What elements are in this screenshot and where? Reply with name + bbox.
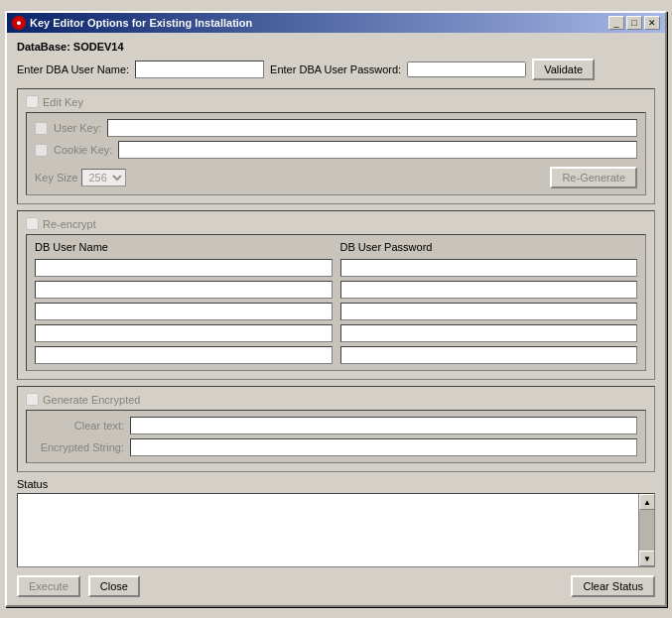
generate-checkbox[interactable] (26, 393, 39, 406)
generate-inner: Clear text: Encrypted String: (26, 410, 646, 463)
encrypted-string-label: Encrypted String: (35, 441, 124, 453)
edit-key-label: Edit Key (43, 96, 83, 108)
status-section: Status ▲ ▼ (17, 478, 655, 567)
reencrypt-row-4 (35, 324, 637, 342)
dba-password-label: Enter DBA User Password: (270, 63, 401, 75)
generate-fields: Clear text: Encrypted String: (35, 417, 637, 456)
window-content: DataBase: SODEV14 Enter DBA User Name: E… (7, 33, 665, 605)
reencrypt-username-2[interactable] (35, 281, 333, 299)
reencrypt-username-3[interactable] (35, 303, 333, 320)
user-key-row: User Key: (35, 119, 637, 137)
scroll-up-button[interactable]: ▲ (639, 494, 655, 510)
clear-status-button[interactable]: Clear Status (571, 575, 655, 597)
reencrypt-checkbox-row: Re-encrypt (26, 217, 646, 230)
reencrypt-password-1[interactable] (340, 259, 638, 277)
close-button-bottom[interactable]: Close (88, 575, 140, 597)
maximize-button[interactable]: □ (626, 16, 642, 30)
key-size-select[interactable]: 256 128 512 (81, 169, 126, 186)
status-content (18, 494, 654, 566)
encrypted-string-input[interactable] (130, 438, 637, 456)
key-size-label: Key Size (35, 172, 77, 184)
reencrypt-row-3 (35, 303, 637, 320)
window-icon: ● (12, 16, 26, 30)
reencrypt-password-2[interactable] (340, 281, 638, 299)
minimize-button[interactable]: _ (608, 16, 624, 30)
dba-password-input[interactable] (407, 62, 526, 77)
cookie-key-input[interactable] (118, 141, 637, 159)
reencrypt-password-4[interactable] (340, 324, 638, 342)
key-size-left: Key Size 256 128 512 (35, 169, 126, 186)
reencrypt-fields: DB User Name DB User Password (35, 241, 637, 364)
reencrypt-label: Re-encrypt (43, 218, 96, 230)
reencrypt-row-2 (35, 281, 637, 299)
status-scrollbar[interactable]: ▲ ▼ (638, 494, 654, 566)
scroll-down-button[interactable]: ▼ (639, 551, 655, 566)
edit-key-section: Edit Key User Key: Cookie Key: (17, 88, 655, 204)
reencrypt-username-4[interactable] (35, 324, 333, 342)
title-bar: ● Key Editor Options for Existing Instal… (7, 13, 665, 33)
edit-key-checkbox-row: Edit Key (26, 95, 646, 108)
clear-text-label: Clear text: (35, 420, 124, 432)
clear-text-input[interactable] (130, 417, 637, 434)
reencrypt-section: Re-encrypt DB User Name DB User Password (17, 210, 655, 380)
database-name: DataBase: SODEV14 (17, 41, 655, 53)
encrypted-string-row: Encrypted String: (35, 438, 637, 456)
cookie-key-checkbox[interactable] (35, 144, 48, 157)
dba-row: Enter DBA User Name: Enter DBA User Pass… (17, 59, 655, 80)
generate-checkbox-row: Generate Encrypted (26, 393, 646, 406)
clear-text-row: Clear text: (35, 417, 637, 434)
db-username-col-header: DB User Name (35, 241, 333, 253)
edit-key-checkbox[interactable] (26, 95, 39, 108)
reencrypt-header: DB User Name DB User Password (35, 241, 637, 253)
cookie-key-row: Cookie Key: (35, 141, 637, 159)
reencrypt-username-1[interactable] (35, 259, 333, 277)
key-size-row: Key Size 256 128 512 Re-Generate (35, 167, 637, 188)
user-key-label: User Key: (54, 122, 101, 134)
reencrypt-password-5[interactable] (340, 346, 638, 364)
window-title: Key Editor Options for Existing Installa… (30, 17, 252, 29)
title-buttons: _ □ ✕ (608, 16, 660, 30)
reencrypt-row-5 (35, 346, 637, 364)
user-key-checkbox[interactable] (35, 122, 48, 135)
edit-key-inner: User Key: Cookie Key: Key Size 256 (26, 112, 646, 195)
cookie-key-label: Cookie Key: (54, 144, 112, 156)
reencrypt-row-1 (35, 259, 637, 277)
reencrypt-checkbox[interactable] (26, 217, 39, 230)
generate-section: Generate Encrypted Clear text: Encrypted… (17, 386, 655, 472)
bottom-left-buttons: Execute Close (17, 575, 140, 597)
main-window: ● Key Editor Options for Existing Instal… (5, 11, 667, 607)
dba-username-label: Enter DBA User Name: (17, 63, 129, 75)
regenerate-button[interactable]: Re-Generate (550, 167, 637, 188)
edit-key-fields: User Key: Cookie Key: Key Size 256 (35, 119, 637, 188)
validate-button[interactable]: Validate (532, 59, 595, 80)
scroll-track (639, 510, 654, 551)
user-key-input[interactable] (107, 119, 637, 137)
generate-label: Generate Encrypted (43, 394, 140, 406)
db-password-col-header: DB User Password (340, 241, 638, 253)
dba-username-input[interactable] (135, 61, 264, 78)
status-box: ▲ ▼ (17, 493, 655, 567)
close-button[interactable]: ✕ (644, 16, 660, 30)
execute-button[interactable]: Execute (17, 575, 80, 597)
title-bar-left: ● Key Editor Options for Existing Instal… (12, 16, 252, 30)
reencrypt-inner: DB User Name DB User Password (26, 234, 646, 371)
reencrypt-username-5[interactable] (35, 346, 333, 364)
reencrypt-password-3[interactable] (340, 303, 638, 320)
bottom-buttons: Execute Close Clear Status (17, 575, 655, 597)
status-label: Status (17, 478, 655, 490)
